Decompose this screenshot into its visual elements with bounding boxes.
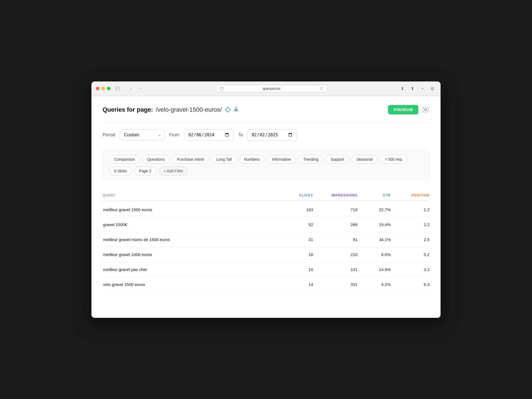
ctr-cell: 22.7% [363,207,396,212]
svg-rect-3 [118,90,120,91]
filter-chip[interactable]: > 500 imp. [380,155,408,164]
to-date-input[interactable] [247,129,297,141]
clicks-cell: 15 [280,267,319,272]
download-icon[interactable] [233,106,239,113]
position-cell: 2.2 [396,207,429,212]
header-right: PREMIUM [388,105,429,114]
query-cell: meilleur gravel moins de 1500 euros [103,237,280,242]
back-button[interactable]: ‹ [127,85,135,93]
ctr-cell: 4.2% [363,282,396,287]
filter-chip[interactable]: Support [326,155,349,164]
forward-button[interactable]: › [137,85,144,93]
svg-rect-1 [118,87,120,88]
browser-nav: ‹ › [127,85,144,93]
query-cell: meilleur gravel 1500 euros [103,207,280,212]
position-cell: 3.2 [396,267,429,272]
position-cell: 2.2 [396,222,429,227]
page-content: Queries for page: /velo-gravel-1500-euro… [91,96,441,318]
query-cell: meilleur gravel 1000 euros [103,252,280,257]
url-text: queryscout [226,86,318,91]
header-divider [103,122,429,122]
ctr-cell: 14.9% [363,267,396,272]
close-button[interactable] [96,87,99,90]
period-label: Period [103,132,115,137]
reload-icon [320,87,323,90]
filters-row: ComparisonQuestionsPurchase IntentLong T… [109,155,423,175]
from-date-input[interactable] [184,129,234,141]
impressions-cell: 268 [319,222,363,227]
settings-icon[interactable] [422,106,429,114]
filter-chip[interactable]: Seasonal [352,155,377,164]
filter-chip[interactable]: Comparison [109,155,140,164]
clicks-cell: 31 [280,237,319,242]
svg-point-4 [425,109,427,111]
from-label: From [169,132,179,137]
filter-chip[interactable]: Long Tail [212,155,237,164]
position-col-header[interactable]: POSITION [396,193,429,197]
premium-button[interactable]: PREMIUM [388,105,418,114]
impressions-cell: 331 [319,282,363,287]
tabs-button[interactable]: ⧉ [428,85,436,93]
query-cell: gravel 1500€ [103,222,280,227]
clicks-cell: 52 [280,222,319,227]
impressions-cell: 719 [319,207,363,212]
period-select-wrapper[interactable]: Custom Last 7 days Last 30 days Last 3 m… [120,129,165,140]
table-row[interactable]: gravel 1500€ 52 268 19.4% 2.2 [103,217,429,232]
page-header: Queries for page: /velo-gravel-1500-euro… [103,105,429,114]
query-cell: velo gravel 1500 euros [103,282,280,287]
impressions-cell: 210 [319,252,363,257]
page-title-path: /velo-gravel-1500-euros/ [156,106,222,113]
impressions-col-header[interactable]: IMPRESSIONS [319,193,363,197]
url-bar[interactable]: queryscout [216,85,327,92]
downloads-button[interactable]: ⬇ [398,85,406,93]
impressions-cell: 101 [319,267,363,272]
table-header: QUERY CLICKS IMPRESSIONS CTR POSITION [103,190,429,201]
query-col-header: QUERY [103,193,280,197]
filter-chip[interactable]: Trending [298,155,323,164]
table-row[interactable]: meilleur gravel moins de 1500 euros 31 9… [103,232,429,247]
filter-chip[interactable]: Questions [142,155,169,164]
table-row[interactable]: meilleur gravel 1000 euros 18 210 8.6% 5… [103,247,429,262]
clicks-col-header[interactable]: CLICKS [280,193,319,197]
page-title: Queries for page: /velo-gravel-1500-euro… [103,106,239,113]
position-cell: 5.2 [396,252,429,257]
ctr-cell: 19.4% [363,222,396,227]
clicks-cell: 14 [280,282,319,287]
filter-chip[interactable]: Informative [267,155,296,164]
share-button[interactable]: ⬆ [408,85,416,93]
period-row: Period Custom Last 7 days Last 30 days L… [103,129,429,141]
svg-rect-0 [116,87,117,91]
position-cell: 6.4 [396,282,429,287]
clicks-cell: 163 [280,207,319,212]
ctr-cell: 34.1% [363,237,396,242]
filter-chip[interactable]: Page 2 [134,167,156,175]
table-row[interactable]: velo gravel 1500 euros 14 331 4.2% 6.4 [103,277,429,292]
to-label: To [238,132,243,137]
browser-actions: ⬇ ⬆ ＋ ⧉ [398,85,436,93]
add-filter-button[interactable]: + Add Filter [159,167,188,175]
svg-rect-2 [118,88,120,89]
traffic-lights [96,87,111,90]
query-cell: meilleur gravel pas cher [103,267,280,272]
table-row[interactable]: meilleur gravel pas cher 15 101 14.9% 3.… [103,262,429,277]
period-select[interactable]: Custom Last 7 days Last 30 days Last 3 m… [120,129,165,140]
impressions-cell: 91 [319,237,363,242]
filter-chip[interactable]: 0 clicks [109,167,132,175]
minimize-button[interactable] [101,87,105,90]
ctr-col-header[interactable]: CTR [363,193,396,197]
ctr-cell: 8.6% [363,252,396,257]
maximize-button[interactable] [107,87,111,90]
diamond-icon [225,107,231,113]
table-body: meilleur gravel 1500 euros 163 719 22.7%… [103,202,429,292]
title-icons [225,106,239,113]
browser-titlebar: ‹ › queryscout ⬇ ⬆ ＋ ⧉ [91,81,441,96]
filters-container: ComparisonQuestionsPurchase IntentLong T… [103,149,429,182]
filter-chip[interactable]: Purchase Intent [172,155,209,164]
new-tab-button[interactable]: ＋ [418,85,426,93]
clicks-cell: 18 [280,252,319,257]
page-title-label: Queries for page: [103,106,153,113]
table-row[interactable]: meilleur gravel 1500 euros 163 719 22.7%… [103,202,429,217]
filter-chip[interactable]: Numbers [239,155,264,164]
shield-icon [220,87,224,91]
sidebar-toggle-button[interactable] [114,85,122,93]
